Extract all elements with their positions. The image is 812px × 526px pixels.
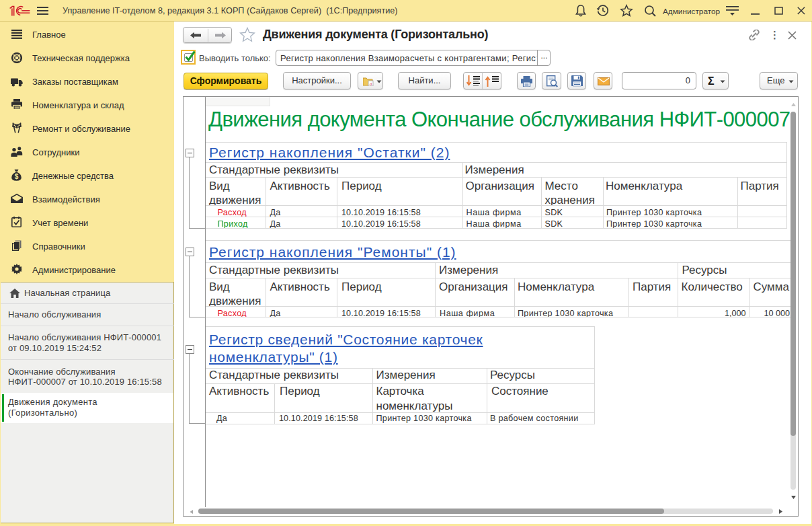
svg-text:$: $ bbox=[15, 173, 19, 180]
svg-text:d: d bbox=[370, 82, 372, 86]
